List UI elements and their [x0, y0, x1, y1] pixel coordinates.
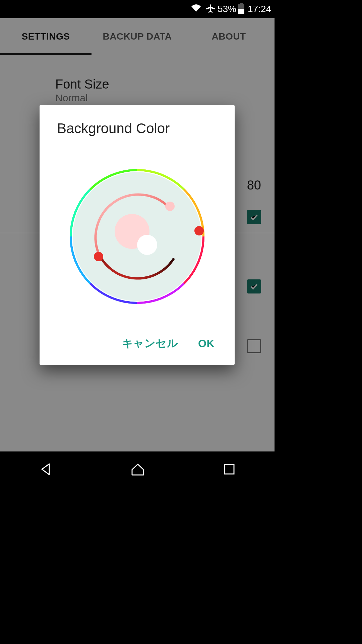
color-picker-dialog: Background Color: [40, 105, 235, 365]
svg-point-1: [194, 226, 204, 235]
recent-apps-button[interactable]: [223, 463, 236, 477]
cancel-button[interactable]: キャンセル: [122, 336, 178, 351]
back-button[interactable]: [39, 462, 53, 478]
nav-bar: [0, 451, 275, 488]
svg-point-3: [94, 252, 103, 261]
wifi-icon: [191, 4, 201, 15]
svg-point-2: [165, 202, 175, 211]
clock: 17:24: [248, 4, 271, 14]
dialog-actions: キャンセル OK: [40, 336, 235, 365]
dialog-body: [40, 137, 235, 336]
battery-percentage: 53%: [218, 4, 236, 14]
svg-point-5: [137, 235, 157, 255]
home-button[interactable]: [130, 462, 145, 478]
ok-button[interactable]: OK: [198, 337, 215, 350]
dialog-title: Background Color: [40, 105, 235, 137]
color-wheel-icon[interactable]: [65, 164, 209, 309]
status-bar: 53% 17:24: [0, 0, 275, 18]
battery-icon: [238, 4, 244, 14]
svg-rect-6: [225, 465, 234, 474]
airplane-mode-icon: [205, 3, 216, 15]
